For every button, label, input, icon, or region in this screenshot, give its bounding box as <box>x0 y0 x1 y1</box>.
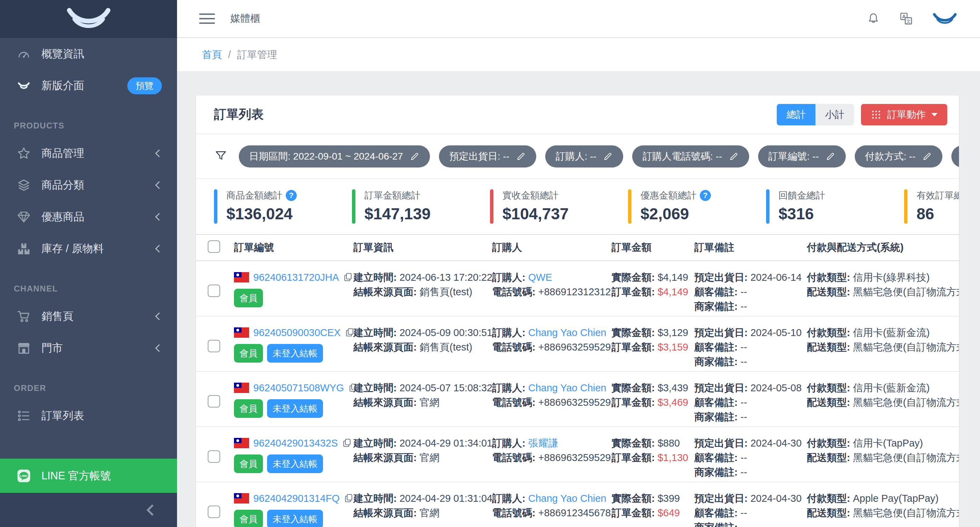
taiwan-flag-icon <box>234 438 249 448</box>
chevron-left-icon <box>155 150 163 158</box>
sidebar-item-label: 商品分類 <box>41 178 84 192</box>
subtotal-toggle-button[interactable]: 小計 <box>815 104 854 125</box>
breadcrumb-current: 訂單管理 <box>237 48 277 62</box>
row-checkbox[interactable] <box>208 450 220 463</box>
buyer-link[interactable]: Chang Yao Chien <box>528 382 606 393</box>
edit-pencil-icon[interactable] <box>515 151 526 161</box>
content-area: 訂單列表 總計 小計 訂單動作 <box>177 72 980 527</box>
translate-icon[interactable]: A 文 <box>899 11 914 26</box>
order-actions-button[interactable]: 訂單動作 <box>861 104 947 125</box>
order-id-link[interactable]: 9624042901314FQ <box>253 491 340 506</box>
buyer-link[interactable]: Chang Yao Chien <box>528 493 606 504</box>
copy-icon[interactable] <box>344 493 353 503</box>
copy-icon[interactable] <box>348 383 353 393</box>
actual-amount: $399 <box>658 493 680 504</box>
help-icon[interactable]: ? <box>700 190 711 201</box>
delivery-type: 黑貓宅急便(自訂物流方式(無串接 <box>853 397 959 408</box>
stat-value: $147,139 <box>364 204 431 223</box>
row-badge: 會員 <box>234 344 263 363</box>
chevron-left-icon <box>155 313 163 321</box>
stat-card: 優惠金額總計? $2,069 <box>628 189 766 224</box>
media-library-link[interactable]: 媒體櫃 <box>230 12 260 26</box>
filter-pill-label: 日期區間: 2022-09-01 ~ 2024-06-27 <box>249 150 403 163</box>
sidebar-item-label: 庫存 / 原物料 <box>41 241 104 256</box>
buyer-phone: +886963259529 <box>538 342 611 353</box>
order-id-link[interactable]: 962405090030CEX <box>253 325 340 340</box>
order-id-link[interactable]: 96240429013432S <box>253 436 338 450</box>
buyer-phone: +886963259529 <box>538 452 611 463</box>
sidebar-item-gem[interactable]: 優惠商品 <box>0 201 177 233</box>
sidebar-section-heading: CHANNEL <box>0 265 177 300</box>
sidebar-item-label: 門市 <box>41 341 63 355</box>
filter-pill[interactable]: 預定出貨日: -- <box>439 145 536 168</box>
sidebar-item-star[interactable]: 商品管理 <box>0 137 177 169</box>
buyer-link[interactable]: QWE <box>528 272 552 283</box>
order-id-link[interactable]: 962406131720JHA <box>253 270 339 284</box>
filter-pill-label: 訂購人電話號碼: -- <box>643 150 722 163</box>
table-body: 962406131720JHA 會員 建立時間: 2024-06-13 17:2… <box>196 261 959 527</box>
filter-pill[interactable]: 付款方式: -- <box>855 145 942 168</box>
row-checkbox[interactable] <box>208 284 220 297</box>
sidebar-item-label: LINE 官方帳號 <box>41 469 111 483</box>
sidebar-item-store[interactable]: 門市 <box>0 332 177 364</box>
page-title: 訂單列表 <box>214 106 264 123</box>
order-amount: $3,469 <box>658 397 689 408</box>
edit-pencil-icon[interactable] <box>825 151 835 161</box>
filter-pill[interactable]: 訂購人電話號碼: -- <box>632 145 749 168</box>
edit-pencil-icon[interactable] <box>603 151 613 161</box>
copy-icon[interactable] <box>343 272 353 283</box>
row-checkbox[interactable] <box>208 395 220 407</box>
edit-pencil-icon[interactable] <box>729 151 739 161</box>
sidebar-item-speedometer[interactable]: 概覽資訊 <box>0 38 177 70</box>
sidebar-item-cart[interactable]: 銷售頁 <box>0 300 177 332</box>
edit-pencil-icon[interactable] <box>922 151 932 161</box>
menu-toggle-icon[interactable] <box>199 13 215 24</box>
help-icon[interactable]: ? <box>286 190 297 201</box>
col-header-order-id: 訂單編號 <box>234 241 353 254</box>
merchant-note: -- <box>741 301 747 312</box>
order-actions-label: 訂單動作 <box>887 108 926 121</box>
bell-icon[interactable] <box>866 11 881 26</box>
sidebar-collapse-button[interactable] <box>0 493 177 527</box>
table-row: 962406131720JHA 會員 建立時間: 2024-06-13 17:2… <box>196 261 959 316</box>
ship-date: 2024-06-14 <box>751 272 802 283</box>
customer-note: -- <box>741 286 747 297</box>
taiwan-flag-icon <box>234 327 249 338</box>
delivery-type: 黑貓宅急便(自訂物流方式(無串接 <box>853 452 959 463</box>
sidebar-item-line[interactable]: LINE LINE 官方帳號 <box>0 458 177 493</box>
created-time: 2024-05-07 15:08:32 <box>399 382 492 393</box>
filter-pill[interactable]: 日期區間: 2022-09-01 ~ 2024-06-27 <box>239 145 430 168</box>
speedometer-icon <box>14 46 34 61</box>
row-checkbox[interactable] <box>208 340 220 352</box>
account-wave-logo-icon[interactable] <box>932 11 958 26</box>
select-all-checkbox[interactable] <box>208 240 220 253</box>
stat-value: $136,024 <box>226 204 297 223</box>
sidebar-item-wave[interactable]: 新版介面 預覽 <box>0 70 177 102</box>
filter-pill[interactable]: 訂單編號: -- <box>758 145 846 168</box>
col-header-amount: 訂單金額 <box>611 241 694 254</box>
total-toggle-button[interactable]: 總計 <box>777 104 815 125</box>
order-id-link[interactable]: 962405071508WYG <box>253 380 344 395</box>
payment-type: Apple Pay(TapPay) <box>853 493 939 504</box>
buyer-link[interactable]: Chang Yao Chien <box>528 327 606 338</box>
filter-pill[interactable]: 配送方式: -- <box>951 145 959 168</box>
customer-note: -- <box>741 342 747 353</box>
filter-pill[interactable]: 訂購人: -- <box>545 145 623 168</box>
row-checkbox[interactable] <box>208 506 220 518</box>
edit-pencil-icon[interactable] <box>409 151 420 161</box>
sidebar-item-list[interactable]: 訂單列表 <box>0 400 177 432</box>
brand-logo[interactable] <box>0 0 177 38</box>
customer-note: -- <box>741 397 747 408</box>
buyer-link[interactable]: 張耀謙 <box>528 438 558 449</box>
filter-funnel-icon[interactable] <box>214 149 228 164</box>
copy-icon[interactable] <box>342 438 352 448</box>
sidebar-section-heading: ORDER <box>0 364 177 400</box>
row-badge: 會員 <box>234 289 263 307</box>
copy-icon[interactable] <box>345 327 353 338</box>
customer-note: -- <box>741 452 747 463</box>
breadcrumb-home-link[interactable]: 首頁 <box>202 48 222 62</box>
sidebar-item-layers[interactable]: 商品分類 <box>0 169 177 201</box>
line-icon: LINE <box>14 468 34 484</box>
sidebar-item-boxes[interactable]: 庫存 / 原物料 <box>0 233 177 265</box>
stat-card: 訂單金額總計 $147,139 <box>352 189 490 224</box>
